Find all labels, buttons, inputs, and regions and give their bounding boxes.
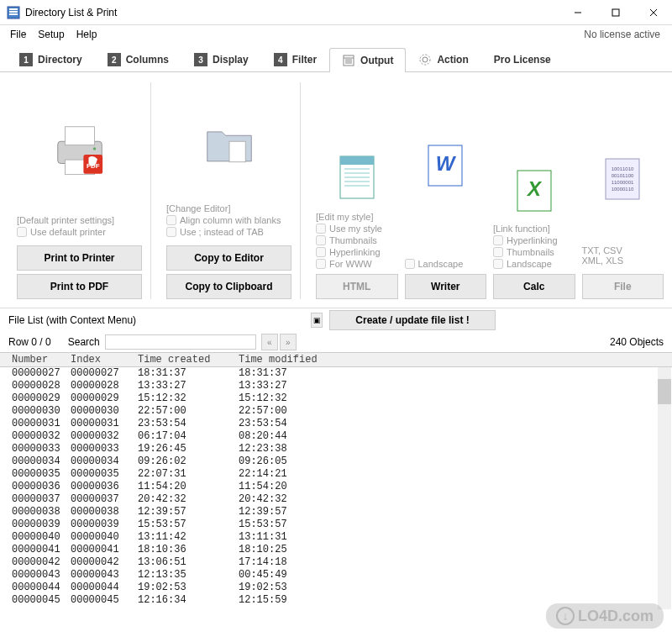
table-row[interactable]: 000000390000003915:53:5715:53:57: [8, 519, 664, 531]
tab-pro-license[interactable]: Pro License: [481, 47, 564, 71]
col-time-modified[interactable]: Time modified: [235, 354, 664, 366]
table-row[interactable]: 000000320000003206:17:0408:20:44: [8, 430, 664, 443]
svg-point-14: [420, 55, 430, 65]
btn-copy-to-clipboard[interactable]: Copy to Clipboard: [166, 274, 291, 299]
svg-rect-16: [65, 127, 94, 145]
svg-text:X: X: [526, 177, 543, 200]
titlebar: Directory List & Print: [0, 0, 672, 25]
word-icon: W: [424, 139, 466, 192]
btn-html[interactable]: HTML: [316, 274, 398, 299]
chk-use-default-printer[interactable]: Use default printer: [17, 227, 142, 237]
table-row[interactable]: 000000350000003522:07:3122:14:21: [8, 468, 664, 481]
svg-rect-2: [9, 11, 18, 13]
table-row[interactable]: 000000280000002813:33:2713:33:27: [8, 380, 664, 392]
chk-landscape-2[interactable]: Landscape: [493, 259, 575, 269]
tab-output[interactable]: Output: [329, 48, 406, 72]
menu-file[interactable]: File: [5, 27, 31, 42]
folder-icon: [200, 113, 259, 172]
chk-use-semicolon[interactable]: Use ; instead of TAB: [166, 227, 291, 237]
table-row[interactable]: 000000290000002915:12:3215:12:32: [8, 392, 664, 405]
object-count: 240 Objects: [610, 336, 664, 348]
col-number[interactable]: Number: [8, 354, 67, 366]
table-row[interactable]: 000000270000002718:31:3718:31:37: [8, 367, 664, 380]
table-row[interactable]: 000000430000004312:13:3500:45:49: [8, 569, 664, 582]
excel-icon: X: [513, 164, 555, 217]
col-index[interactable]: Index: [67, 354, 134, 366]
license-status: No license active: [584, 29, 667, 40]
app-icon: [7, 6, 20, 19]
svg-rect-21: [229, 141, 245, 162]
search-prev-button[interactable]: «: [261, 334, 278, 350]
btn-create-update-filelist[interactable]: Create / update file list !: [329, 310, 495, 330]
svg-text:10000110: 10000110: [612, 187, 634, 192]
chk-use-my-style[interactable]: Use my style: [316, 224, 398, 234]
xml-xls-label: XML, XLS: [582, 255, 664, 266]
filelist-header: File List (with Context Menu) ▣ Create /…: [0, 308, 672, 332]
svg-point-18: [92, 147, 96, 150]
chk-thumbnails-2[interactable]: Thumbnails: [493, 247, 575, 257]
menu-setup[interactable]: Setup: [33, 27, 69, 42]
svg-rect-1: [9, 8, 18, 10]
svg-rect-3: [9, 13, 18, 15]
maximize-button[interactable]: [596, 0, 634, 25]
btn-writer[interactable]: Writer: [405, 274, 487, 299]
row-counter: Row 0 / 0: [8, 336, 51, 348]
close-button[interactable]: [634, 0, 672, 25]
tabbar: 1Directory 2Columns 3Display 4Filter Out…: [0, 47, 672, 72]
table-row[interactable]: 000000400000004013:11:4213:11:31: [8, 531, 664, 544]
gear-icon: [418, 53, 432, 66]
svg-text:11000001: 11000001: [612, 180, 634, 185]
svg-rect-23: [340, 156, 374, 165]
collapse-toggle[interactable]: ▣: [311, 313, 323, 328]
binary-file-icon: 10011010001011001100000110000110: [601, 152, 643, 205]
scrollbar-thumb[interactable]: [658, 379, 671, 404]
search-input[interactable]: [105, 334, 256, 350]
grid-header: Number Index Time created Time modified: [0, 352, 672, 367]
menu-help[interactable]: Help: [71, 27, 102, 42]
svg-text:W: W: [436, 152, 457, 175]
svg-text:00101100: 00101100: [612, 173, 634, 178]
btn-print-to-printer[interactable]: Print to Printer: [17, 245, 142, 271]
btn-file[interactable]: File: [582, 274, 664, 299]
table-row[interactable]: 000000440000004419:02:5319:02:53: [8, 582, 664, 594]
table-row[interactable]: 000000360000003611:54:2011:54:20: [8, 481, 664, 493]
table-row[interactable]: 000000370000003720:42:3220:42:32: [8, 493, 664, 506]
search-label: Search: [68, 336, 100, 348]
svg-rect-5: [612, 9, 619, 16]
chk-thumbnails-1[interactable]: Thumbnails: [316, 235, 398, 245]
panel-editor: [Change Editor] Align column with blanks…: [158, 82, 301, 299]
table-row[interactable]: 000000300000003022:57:0022:57:00: [8, 405, 664, 418]
svg-rect-33: [606, 159, 639, 199]
txt-csv-label: TXT, CSV: [582, 245, 664, 255]
chk-align-blanks[interactable]: Align column with blanks: [166, 215, 291, 225]
table-row[interactable]: 000000310000003123:53:5423:53:54: [8, 418, 664, 430]
grid-body[interactable]: 000000270000002718:31:3718:31:3700000028…: [0, 367, 672, 609]
panel-printer: PDF [Default printer settings] Use defau…: [8, 82, 151, 299]
panel-output: [Edit my style] Use my style Thumbnails …: [307, 82, 664, 299]
chk-hyperlinking-1[interactable]: Hyperlinking: [316, 247, 398, 257]
table-row[interactable]: 000000420000004213:06:5117:14:18: [8, 556, 664, 569]
chk-landscape-1[interactable]: Landscape: [405, 259, 487, 269]
btn-print-to-pdf[interactable]: Print to PDF: [17, 274, 142, 299]
printer-icon: PDF: [50, 119, 109, 178]
table-row[interactable]: 000000410000004118:10:3618:10:25: [8, 544, 664, 556]
html-doc-icon: [336, 152, 378, 205]
tab-filter[interactable]: 4Filter: [261, 47, 329, 71]
search-row: Row 0 / 0 Search « » 240 Objects: [0, 332, 672, 352]
table-row[interactable]: 000000340000003409:26:0209:26:05: [8, 455, 664, 468]
tab-columns[interactable]: 2Columns: [95, 47, 181, 71]
col-time-created[interactable]: Time created: [134, 354, 235, 366]
chk-hyperlinking-2[interactable]: Hyperlinking: [493, 235, 575, 245]
tab-display[interactable]: 3Display: [181, 47, 261, 71]
svg-point-13: [423, 57, 428, 62]
btn-calc[interactable]: Calc: [493, 274, 575, 299]
table-row[interactable]: 000000330000003319:26:4512:23:38: [8, 443, 664, 455]
minimize-button[interactable]: [559, 0, 596, 25]
btn-copy-to-editor[interactable]: Copy to Editor: [166, 245, 291, 271]
tab-directory[interactable]: 1Directory: [7, 47, 95, 71]
tab-action[interactable]: Action: [406, 47, 480, 71]
search-next-button[interactable]: »: [280, 334, 297, 350]
chk-for-www[interactable]: For WWW: [316, 259, 398, 269]
table-row[interactable]: 000000380000003812:39:5712:39:57: [8, 506, 664, 519]
filelist-label: File List (with Context Menu): [8, 314, 136, 326]
